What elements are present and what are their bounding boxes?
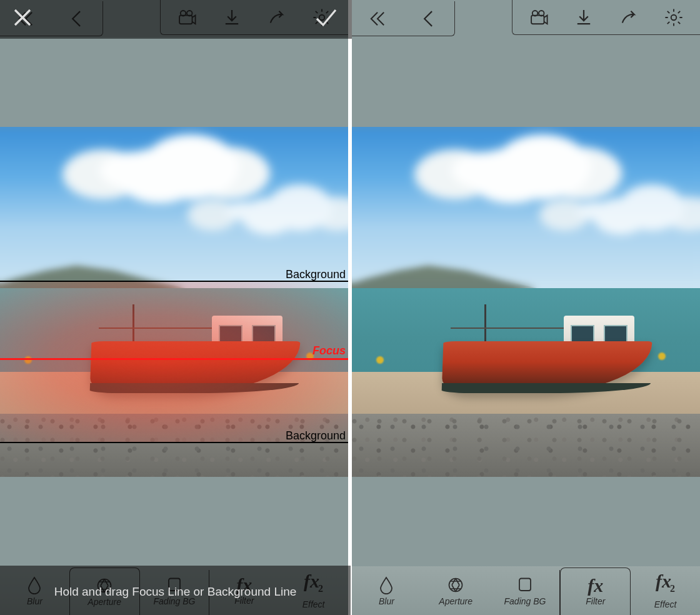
svg-point-10 [449,578,462,591]
top-right-group [512,0,700,35]
bottom-toolbar: Blur Aperture Fading BG fx Filter fx2 Ef… [352,566,700,615]
editor-panel-result: Blur Aperture Fading BG fx Filter fx2 Ef… [352,0,700,615]
canvas-area: Background Focus Background [0,38,348,566]
hint-text: Hold and drag Focus Line or Background L… [54,585,297,599]
focus-line[interactable]: Focus [0,358,348,360]
tool-effect-label: Effect [654,599,677,609]
confirm-bar [0,0,352,39]
tool-aperture[interactable]: Aperture [421,566,491,615]
top-toolbar [0,0,348,38]
download-button[interactable] [561,0,606,35]
bottom-toolbar: Blur Aperture Fading BG fx Filter fx2 Ef… [0,566,348,615]
background-line-bottom-label: Background [286,429,346,442]
share-button[interactable] [606,0,651,35]
tool-fadingbg-label: Fading BG [504,596,546,606]
fx2-icon: fx2 [656,572,675,598]
video-button[interactable] [516,0,561,35]
tool-blur[interactable]: Blur [352,566,421,615]
canvas-area [352,38,700,566]
fx-icon: fx [588,577,603,594]
tool-blur-label: Blur [379,596,394,606]
svg-rect-11 [519,578,531,591]
settings-button[interactable] [651,0,696,35]
top-left-group [352,1,455,36]
top-toolbar [352,0,700,38]
tool-effect[interactable]: fx2 Effect [631,566,700,615]
tool-filter-label: Filter [586,596,605,606]
photo-result[interactable] [352,127,700,477]
back-button[interactable] [403,1,454,36]
back-double-button[interactable] [352,1,403,36]
tool-aperture-label: Aperture [439,596,472,606]
photo-with-focus-overlay[interactable]: Background Focus Background [0,127,348,477]
svg-rect-6 [531,15,544,24]
confirm-button[interactable] [313,5,338,32]
background-line-top-label: Background [286,268,346,281]
svg-point-9 [671,14,677,20]
focus-line-label: Focus [312,344,346,358]
close-button[interactable] [10,5,35,32]
background-line-top[interactable]: Background [0,281,348,282]
tool-filter[interactable]: fx Filter [560,568,631,615]
editor-panel-focus-mode: Background Focus Background Blur Apertur… [0,0,348,615]
background-line-bottom[interactable]: Background [0,442,348,443]
hint-overlay: Hold and drag Focus Line or Background L… [0,566,351,615]
tool-fadingbg[interactable]: Fading BG [491,566,560,615]
